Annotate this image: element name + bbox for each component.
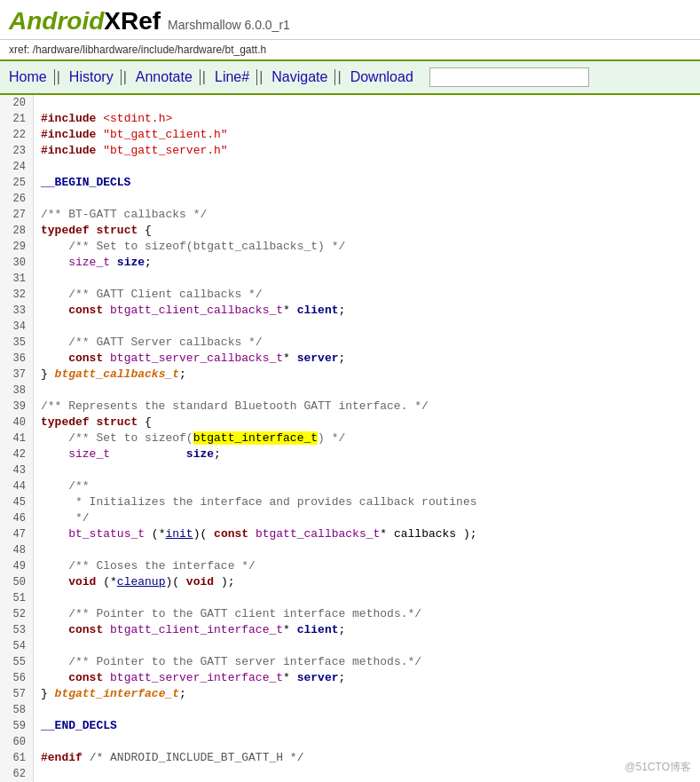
table-row: 31: [0, 271, 700, 287]
line-number: 61: [0, 750, 34, 766]
table-row: 47 bt_status_t (*init)( const btgatt_cal…: [0, 526, 700, 542]
line-number: 39: [0, 399, 34, 415]
table-row: 45 * Initializes the interface and provi…: [0, 494, 700, 510]
line-number: 55: [0, 654, 34, 670]
nav-home[interactable]: Home: [9, 69, 55, 85]
table-row: 54: [0, 638, 700, 654]
table-row: 49 /** Closes the interface */: [0, 558, 700, 574]
line-number: 52: [0, 606, 34, 622]
line-content: const btgatt_client_interface_t* client;: [34, 622, 345, 638]
line-content: /** Pointer to the GATT client interface…: [34, 606, 421, 622]
line-number: 28: [0, 223, 34, 239]
line-number: 32: [0, 287, 34, 303]
line-number: 51: [0, 590, 34, 606]
nav-history[interactable]: History: [62, 69, 122, 85]
line-number: 24: [0, 159, 34, 175]
line-number: 44: [0, 478, 34, 494]
table-row: 55 /** Pointer to the GATT server interf…: [0, 654, 700, 670]
line-number: 42: [0, 446, 34, 462]
watermark: @51CTO博客: [625, 760, 691, 775]
table-row: 27 /** BT-GATT callbacks */: [0, 207, 700, 223]
breadcrumb-text: xref: /hardware/libhardware/include/hard…: [9, 43, 266, 56]
table-row: 37 } btgatt_callbacks_t;: [0, 367, 700, 383]
nav-annotate[interactable]: Annotate: [129, 69, 201, 85]
line-number: 47: [0, 526, 34, 542]
line-number: 29: [0, 239, 34, 255]
line-number: 23: [0, 143, 34, 159]
line-content: const btgatt_client_callbacks_t* client;: [34, 303, 345, 319]
table-row: 30 size_t size;: [0, 255, 700, 271]
table-row: 50 void (*cleanup)( void );: [0, 574, 700, 590]
line-content: [34, 542, 41, 558]
table-row: 25 __BEGIN_DECLS: [0, 175, 700, 191]
line-content: size_t size;: [34, 255, 152, 271]
line-content: [34, 766, 41, 782]
table-row: 59 __END_DECLS: [0, 718, 700, 734]
table-row: 20: [0, 95, 700, 111]
table-row: 56 const btgatt_server_interface_t* serv…: [0, 670, 700, 686]
line-number: 27: [0, 207, 34, 223]
line-number: 35: [0, 335, 34, 351]
table-row: 28 typedef struct {: [0, 223, 700, 239]
line-content: [34, 590, 41, 606]
line-content: } btgatt_interface_t;: [34, 686, 186, 702]
logo-xref: XRef: [104, 7, 161, 35]
line-number: 20: [0, 95, 34, 111]
line-number: 60: [0, 734, 34, 750]
line-content: [34, 319, 41, 335]
line-number: 41: [0, 430, 34, 446]
table-row: 62: [0, 766, 700, 782]
line-content: /** Set to sizeof(btgatt_interface_t) */: [34, 430, 345, 446]
nav-navigate[interactable]: Navigate: [264, 69, 335, 85]
table-row: 36 const btgatt_server_callbacks_t* serv…: [0, 351, 700, 367]
table-row: 26: [0, 191, 700, 207]
table-row: 22 #include "bt_gatt_client.h": [0, 127, 700, 143]
table-row: 33 const btgatt_client_callbacks_t* clie…: [0, 303, 700, 319]
line-content: #include <stdint.h>: [34, 111, 172, 127]
line-number: 57: [0, 686, 34, 702]
table-row: 35 /** GATT Server callbacks */: [0, 335, 700, 351]
table-row: 46 */: [0, 510, 700, 526]
table-row: 38: [0, 383, 700, 399]
line-content: /** Pointer to the GATT server interface…: [34, 654, 421, 670]
line-number: 38: [0, 383, 34, 399]
table-row: 39 /** Represents the standard Bluetooth…: [0, 399, 700, 415]
line-number: 62: [0, 766, 34, 782]
table-row: 34: [0, 319, 700, 335]
line-content: #include "bt_gatt_client.h": [34, 127, 228, 143]
header: AndroidXRefMarshmallow 6.0.0_r1: [0, 0, 700, 40]
table-row: 58: [0, 702, 700, 718]
breadcrumb: xref: /hardware/libhardware/include/hard…: [0, 40, 700, 61]
line-number: 30: [0, 255, 34, 271]
line-number: 33: [0, 303, 34, 319]
line-content: void (*cleanup)( void );: [34, 574, 234, 590]
table-row: 61 #endif /* ANDROID_INCLUDE_BT_GATT_H *…: [0, 750, 700, 766]
logo-version: Marshmallow 6.0.0_r1: [168, 18, 290, 32]
search-input[interactable]: [429, 67, 589, 87]
line-content: } btgatt_callbacks_t;: [34, 367, 186, 383]
line-number: 53: [0, 622, 34, 638]
line-content: * Initializes the interface and provides…: [34, 494, 477, 510]
line-content: __END_DECLS: [34, 718, 117, 734]
nav-lineno[interactable]: Line#: [208, 69, 257, 85]
line-content: const btgatt_server_interface_t* server;: [34, 670, 345, 686]
line-content: __BEGIN_DECLS: [34, 175, 130, 191]
line-content: /** Set to sizeof(btgatt_callbacks_t) */: [34, 239, 345, 255]
line-number: 54: [0, 638, 34, 654]
line-number: 45: [0, 494, 34, 510]
line-number: 59: [0, 718, 34, 734]
table-row: 29 /** Set to sizeof(btgatt_callbacks_t)…: [0, 239, 700, 255]
line-content: bt_status_t (*init)( const btgatt_callba…: [34, 526, 477, 542]
table-row: 24: [0, 159, 700, 175]
table-row: 41 /** Set to sizeof(btgatt_interface_t)…: [0, 430, 700, 446]
line-content: /** BT-GATT callbacks */: [34, 207, 207, 223]
line-number: 26: [0, 191, 34, 207]
line-number: 58: [0, 702, 34, 718]
line-number: 46: [0, 510, 34, 526]
line-content: size_t size;: [34, 446, 221, 462]
line-number: 56: [0, 670, 34, 686]
nav-download[interactable]: Download: [343, 69, 421, 85]
line-number: 50: [0, 574, 34, 590]
line-content: typedef struct {: [34, 415, 152, 430]
table-row: 60: [0, 734, 700, 750]
